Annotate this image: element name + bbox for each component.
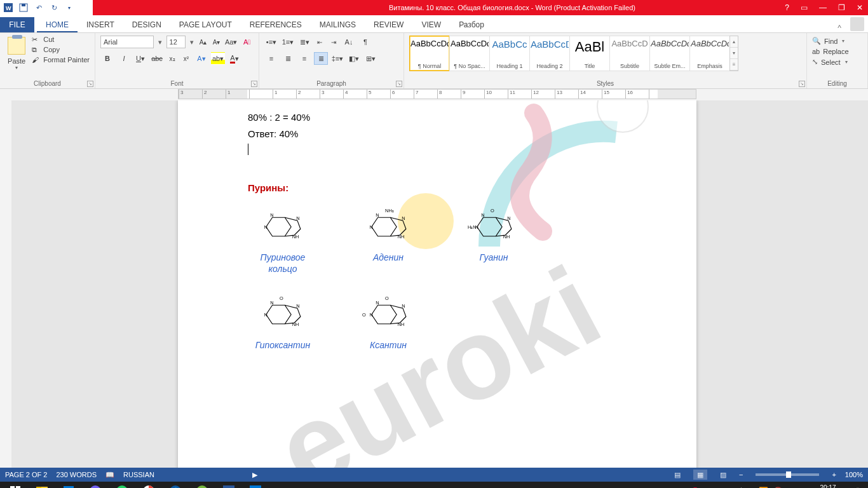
clear-formatting-button[interactable]: A⃠ (240, 36, 254, 48)
highlight-button[interactable]: ab▾ (211, 52, 225, 65)
tab-file[interactable]: FILE (0, 17, 34, 32)
paste-button[interactable]: Paste ▾ (5, 36, 28, 79)
status-language[interactable]: RUSSIAN (123, 471, 154, 478)
start-button[interactable] (3, 482, 28, 488)
taskbar-clock[interactable]: 20:17 23.03.2021 (807, 484, 849, 488)
text-line[interactable]: Ответ: 40% (248, 126, 639, 142)
bold-button[interactable]: B (100, 52, 114, 65)
page-content[interactable]: 80% : 2 = 40% Ответ: 40% Пурины: NNNNHПу… (248, 109, 639, 351)
borders-button[interactable]: ⊞▾ (363, 52, 377, 65)
text-cursor-line[interactable] (248, 142, 639, 158)
tab-insert[interactable]: INSERT (78, 17, 123, 32)
strikethrough-button[interactable]: abc (150, 52, 164, 65)
style--no-spac-[interactable]: AaBbCcDd¶ No Spac... (449, 36, 490, 71)
ribbon-display-icon[interactable]: ▭ (798, 3, 810, 12)
superscript-button[interactable]: x² (180, 52, 192, 65)
taskbar-word-icon[interactable]: W (216, 482, 241, 488)
style-subtle-em-[interactable]: AaBbCcDdSubtle Em... (649, 36, 690, 71)
zoom-slider[interactable] (756, 473, 819, 476)
chem-item[interactable]: NNNNHOH₂NГуанин (459, 206, 529, 274)
shading-button[interactable]: ◧▾ (347, 52, 361, 65)
increase-indent-button[interactable]: ⇥ (328, 36, 339, 48)
zoom-in-button[interactable]: + (832, 471, 836, 478)
user-avatar[interactable] (850, 17, 864, 31)
ruler-horizontal[interactable]: 3211234567891011121314151618 (0, 89, 868, 100)
cut-button[interactable]: ✂Cut (32, 36, 90, 43)
undo-icon[interactable]: ↶ (34, 3, 43, 12)
multilevel-button[interactable]: ≣▾ (297, 36, 311, 48)
line-spacing-button[interactable]: ‡≡▾ (330, 52, 344, 65)
tray-beats-icon[interactable]: ⓑ (691, 486, 699, 489)
tab-mailings[interactable]: MAILINGS (311, 17, 365, 32)
numbering-button[interactable]: 1≡▾ (281, 36, 295, 48)
status-proofing-icon[interactable]: 📖 (105, 471, 114, 479)
close-icon[interactable]: ✕ (854, 3, 865, 12)
show-marks-button[interactable]: ¶ (358, 36, 372, 48)
chem-item[interactable]: NNNNHOOКсантин (353, 294, 423, 351)
status-words[interactable]: 230 WORDS (56, 471, 97, 478)
redo-icon[interactable]: ↻ (50, 3, 58, 12)
style-subtitle[interactable]: AaBbCcDSubtitle (609, 36, 650, 71)
taskbar-explorer-icon[interactable] (29, 482, 55, 488)
collapse-ribbon-icon[interactable]: ^ (831, 24, 848, 32)
clipboard-dialog-launcher[interactable]: ↘ (87, 81, 93, 87)
chem-item[interactable]: NNNNHOГипоксантин (248, 294, 318, 351)
view-print-icon[interactable]: ▦ (693, 470, 707, 480)
grow-font-button[interactable]: A▴ (198, 36, 208, 48)
minimize-icon[interactable]: — (817, 3, 829, 12)
style-emphasis[interactable]: AaBbCcDdEmphasis (689, 36, 730, 71)
find-button[interactable]: 🔍Find▾ (812, 37, 862, 45)
text-effects-button[interactable]: A▾ (194, 52, 208, 65)
select-button[interactable]: ⤡Select▾ (812, 58, 862, 66)
justify-button[interactable]: ≣ (314, 52, 328, 65)
font-dialog-launcher[interactable]: ↘ (251, 81, 257, 87)
page[interactable]: euroki 80% : 2 = 40% Ответ: 40% Пурины: … (178, 100, 696, 468)
tab-view[interactable]: VIEW (412, 17, 450, 32)
tab-page-layout[interactable]: PAGE LAYOUT (170, 17, 241, 32)
chem-item[interactable]: NNNNHПуриновоекольцо (248, 206, 318, 274)
zoom-level[interactable]: 100% (845, 471, 863, 478)
status-page[interactable]: PAGE 2 OF 2 (5, 471, 47, 478)
copy-button[interactable]: ⧉Copy (32, 46, 90, 53)
style--normal[interactable]: AaBbCcDd¶ Normal (409, 36, 450, 71)
help-icon[interactable]: ? (782, 3, 792, 12)
maximize-icon[interactable]: ❐ (836, 3, 848, 12)
taskbar-edge-icon[interactable] (163, 482, 188, 488)
paragraph-dialog-launcher[interactable]: ↘ (396, 81, 402, 87)
font-name-combo[interactable]: Arial (100, 36, 154, 48)
shrink-font-button[interactable]: A▾ (211, 36, 222, 48)
styles-scroll[interactable]: ▴▾≡ (729, 36, 738, 71)
action-center-icon[interactable]: 💬 (850, 482, 865, 488)
style-heading-2[interactable]: AaBbCcDHeading 2 (529, 36, 570, 71)
qat-more-icon[interactable]: ▾ (65, 3, 74, 12)
taskbar-utorrent-icon[interactable]: µ (189, 482, 215, 488)
bullets-button[interactable]: •≡▾ (264, 36, 278, 48)
font-size-combo[interactable]: 12 (166, 36, 186, 48)
style-heading-1[interactable]: AaBbCcHeading 1 (489, 36, 530, 71)
styles-dialog-launcher[interactable]: ↘ (799, 81, 805, 87)
taskbar-viber-icon[interactable]: ✆ (83, 482, 108, 488)
change-case-button[interactable]: Aa▾ (224, 36, 238, 48)
align-center-button[interactable]: ≣ (281, 52, 295, 65)
align-right-button[interactable]: ≡ (297, 52, 311, 65)
chevron-down-icon[interactable]: ▾ (156, 38, 163, 46)
decrease-indent-button[interactable]: ⇤ (314, 36, 325, 48)
tab-razbor[interactable]: Разбор (450, 17, 493, 32)
replace-button[interactable]: abReplace (812, 48, 862, 55)
tab-design[interactable]: DESIGN (123, 17, 170, 32)
taskbar-whatsapp-icon[interactable]: ✆ (109, 482, 135, 488)
heading-purines[interactable]: Пурины: (248, 180, 639, 196)
ruler-vertical[interactable] (0, 100, 11, 468)
font-color-button[interactable]: A▾ (227, 52, 241, 65)
tab-references[interactable]: REFERENCES (241, 17, 311, 32)
save-icon[interactable] (19, 3, 28, 12)
zoom-out-button[interactable]: − (739, 471, 743, 478)
view-read-icon[interactable]: ▤ (670, 470, 684, 480)
chevron-down-icon[interactable]: ▾ (188, 38, 195, 46)
underline-button[interactable]: U▾ (133, 52, 147, 65)
taskbar-photos-icon[interactable] (243, 482, 268, 488)
tab-review[interactable]: REVIEW (365, 17, 412, 32)
subscript-button[interactable]: x₂ (166, 52, 178, 65)
format-painter-button[interactable]: 🖌Format Painter (32, 56, 90, 64)
sort-button[interactable]: A↓ (342, 36, 356, 48)
